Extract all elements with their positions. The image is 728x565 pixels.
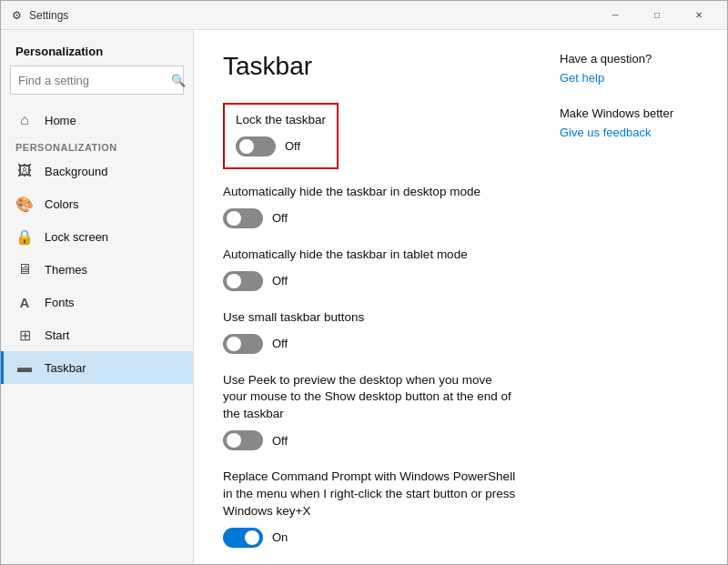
help-section: Have a question? Get help	[560, 52, 713, 85]
sidebar-item-lock-screen[interactable]: 🔒 Lock screen	[1, 220, 193, 253]
fonts-icon: A	[15, 293, 34, 311]
sidebar-section-title: Personalization	[1, 30, 193, 66]
settings-icon: ⚙	[12, 9, 22, 22]
hide-desktop-knob	[227, 211, 241, 226]
background-icon: 🖼	[15, 162, 34, 180]
small-buttons-group: Use small taskbar buttons Off	[223, 309, 516, 354]
hide-tablet-toggle[interactable]	[223, 271, 263, 291]
hide-desktop-toggle-row: Off	[223, 208, 516, 228]
content-area: Taskbar Lock the taskbar Off Automatical…	[194, 30, 545, 564]
powershell-toggle-row: On	[223, 528, 516, 548]
personalization-header: Personalization	[1, 136, 193, 155]
hide-desktop-toggle[interactable]	[223, 208, 263, 228]
sidebar-item-start-label: Start	[45, 328, 69, 342]
feedback-title: Make Windows better	[560, 106, 713, 120]
feedback-section: Make Windows better Give us feedback	[560, 106, 713, 139]
powershell-state: On	[272, 530, 288, 544]
powershell-label: Replace Command Prompt with Windows Powe…	[223, 469, 516, 520]
settings-window: ⚙ Settings ─ □ ✕ Personalization 🔍 ⌂ Hom…	[0, 0, 728, 565]
peek-label: Use Peek to preview the desktop when you…	[223, 372, 516, 424]
sidebar-item-themes-label: Themes	[45, 263, 87, 277]
peek-group: Use Peek to preview the desktop when you…	[223, 372, 516, 451]
right-panel: Have a question? Get help Make Windows b…	[545, 30, 727, 564]
title-bar-controls: ─ □ ✕	[594, 1, 720, 30]
hide-tablet-knob	[227, 274, 241, 288]
small-buttons-knob	[227, 337, 241, 351]
small-buttons-label: Use small taskbar buttons	[223, 309, 516, 327]
close-button[interactable]: ✕	[678, 1, 720, 30]
sidebar-item-colors[interactable]: 🎨 Colors	[1, 187, 193, 220]
peek-state: Off	[272, 434, 288, 448]
small-buttons-toggle-row: Off	[223, 334, 516, 354]
feedback-link[interactable]: Give us feedback	[560, 126, 713, 139]
hide-tablet-group: Automatically hide the taskbar in tablet…	[223, 247, 516, 291]
themes-icon: 🖥	[15, 260, 34, 278]
sidebar-item-taskbar-label: Taskbar	[45, 361, 86, 375]
sidebar: Personalization 🔍 ⌂ Home Personalization…	[1, 30, 194, 564]
title-bar: ⚙ Settings ─ □ ✕	[1, 1, 727, 30]
sidebar-item-home-label: Home	[45, 114, 76, 127]
window-title: Settings	[29, 9, 68, 22]
lock-taskbar-toggle[interactable]	[236, 136, 276, 156]
search-input[interactable]	[18, 74, 171, 87]
search-icon: 🔍	[171, 74, 186, 87]
sidebar-item-lock-screen-label: Lock screen	[45, 230, 108, 244]
peek-toggle[interactable]	[223, 430, 263, 450]
powershell-group: Replace Command Prompt with Windows Powe…	[223, 469, 516, 548]
page-title: Taskbar	[223, 52, 516, 81]
colors-icon: 🎨	[15, 195, 34, 213]
powershell-toggle[interactable]	[223, 528, 263, 548]
hide-desktop-label: Automatically hide the taskbar in deskto…	[223, 184, 516, 201]
taskbar-icon: ▬	[15, 358, 34, 377]
home-icon: ⌂	[15, 111, 34, 129]
title-bar-left: ⚙ Settings	[12, 9, 68, 22]
minimize-button[interactable]: ─	[594, 1, 636, 30]
hide-desktop-state: Off	[272, 211, 288, 225]
sidebar-item-background-label: Background	[45, 165, 107, 178]
sidebar-item-background[interactable]: 🖼 Background	[1, 155, 193, 187]
start-icon: ⊞	[15, 326, 34, 344]
hide-desktop-group: Automatically hide the taskbar in deskto…	[223, 184, 516, 228]
get-help-link[interactable]: Get help	[560, 71, 713, 85]
small-buttons-state: Off	[272, 337, 288, 350]
sidebar-item-fonts-label: Fonts	[45, 296, 75, 309]
peek-knob	[227, 433, 241, 448]
sidebar-item-taskbar[interactable]: ▬ Taskbar	[1, 351, 193, 384]
small-buttons-toggle[interactable]	[223, 334, 263, 354]
peek-toggle-row: Off	[223, 430, 516, 450]
lock-taskbar-state: Off	[285, 139, 300, 153]
sidebar-item-home[interactable]: ⌂ Home	[1, 104, 193, 136]
powershell-knob	[245, 530, 259, 545]
hide-tablet-label: Automatically hide the taskbar in tablet…	[223, 247, 516, 264]
sidebar-item-colors-label: Colors	[45, 197, 79, 211]
sidebar-item-fonts[interactable]: A Fonts	[1, 286, 193, 318]
help-title: Have a question?	[560, 52, 713, 66]
lock-taskbar-toggle-row: Off	[236, 136, 326, 156]
main-content: Personalization 🔍 ⌂ Home Personalization…	[1, 30, 727, 564]
lock-taskbar-group: Lock the taskbar Off	[223, 103, 339, 169]
maximize-button[interactable]: □	[636, 1, 678, 30]
hide-tablet-state: Off	[272, 274, 288, 288]
lock-taskbar-knob	[239, 139, 254, 154]
search-box[interactable]: 🔍	[10, 66, 184, 95]
sidebar-item-start[interactable]: ⊞ Start	[1, 318, 193, 351]
lock-screen-icon: 🔒	[15, 227, 34, 246]
sidebar-item-themes[interactable]: 🖥 Themes	[1, 253, 193, 286]
lock-taskbar-label: Lock the taskbar	[236, 112, 326, 129]
hide-tablet-toggle-row: Off	[223, 271, 516, 291]
